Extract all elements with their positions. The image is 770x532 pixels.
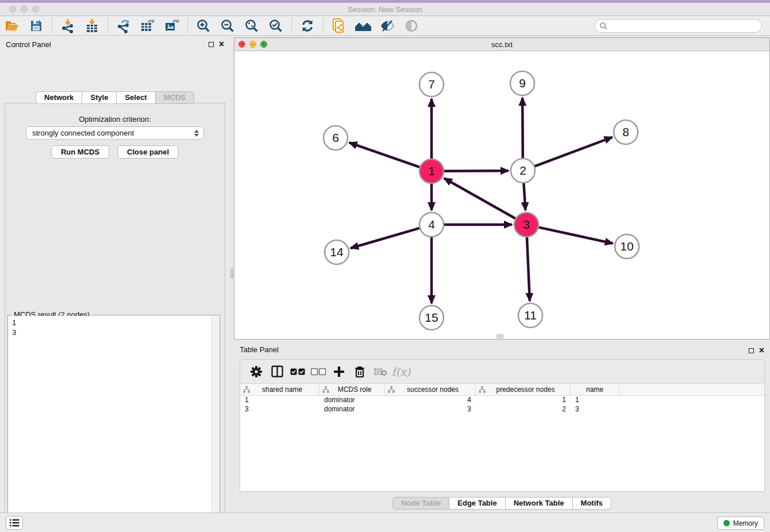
- control-panel-header: Control Panel ×: [0, 37, 230, 51]
- clone-network-icon[interactable]: [329, 17, 349, 34]
- edge-2-8: [535, 137, 613, 167]
- table-cell: dominator: [319, 396, 385, 405]
- column-label: shared name: [252, 385, 319, 394]
- node-label: 11: [524, 309, 537, 322]
- node-label: 14: [330, 245, 344, 259]
- column-header-MCDS-role[interactable]: MCDS role: [319, 384, 385, 395]
- zoom-selected-icon[interactable]: [266, 17, 286, 34]
- criterion-select[interactable]: strongly connected component: [26, 126, 204, 140]
- node-label: 9: [519, 76, 526, 90]
- close-table-panel-icon[interactable]: ×: [759, 347, 764, 354]
- node-label: 8: [622, 125, 629, 138]
- column-header-successor-nodes[interactable]: successor nodes: [385, 384, 476, 395]
- export-image-icon[interactable]: [162, 17, 182, 34]
- table-cell: dominator: [319, 405, 385, 414]
- edge-1-6: [349, 142, 420, 167]
- import-table-icon[interactable]: [82, 17, 102, 34]
- table-cell: 3: [240, 405, 319, 414]
- memory-button[interactable]: Memory: [717, 516, 764, 530]
- show-graphics-details-icon[interactable]: [402, 17, 421, 34]
- control-panel-tabs: NetworkStyleSelectMCDS: [0, 91, 230, 104]
- delete-column-icon[interactable]: [349, 363, 370, 380]
- tab-select[interactable]: Select: [117, 91, 155, 104]
- control-panel-title: Control Panel: [6, 40, 51, 49]
- float-panel-icon[interactable]: [209, 42, 214, 47]
- import-network-icon[interactable]: [58, 17, 78, 34]
- close-panel-button[interactable]: Close panel: [117, 145, 179, 159]
- tab-mcds[interactable]: MCDS: [156, 91, 194, 104]
- tab-motifs[interactable]: Motifs: [573, 497, 611, 510]
- network-search-field[interactable]: [594, 19, 762, 33]
- table-header-row: shared nameMCDS rolesuccessor nodesprede…: [240, 384, 764, 396]
- select-all-checks-icon[interactable]: [287, 363, 308, 380]
- tab-network-table[interactable]: Network Table: [506, 497, 573, 510]
- table-toolbar: f(x): [240, 360, 764, 384]
- hierarchy-icon: [388, 386, 395, 393]
- graph-node-2[interactable]: 2: [511, 159, 535, 183]
- zoom-out-icon[interactable]: [218, 17, 237, 34]
- hide-selected-icon[interactable]: [378, 17, 397, 34]
- float-table-panel-icon[interactable]: [749, 348, 754, 353]
- column-header-predecessor-nodes[interactable]: predecessor nodes: [476, 384, 571, 395]
- graph-node-14[interactable]: 14: [325, 240, 349, 264]
- graph-node-3[interactable]: 3: [514, 213, 538, 237]
- column-header-shared-name[interactable]: shared name: [240, 384, 319, 395]
- graph-node-10[interactable]: 10: [615, 234, 639, 259]
- result-scrollbar[interactable]: [211, 316, 219, 530]
- task-history-button[interactable]: [6, 516, 23, 530]
- table-cell: 2: [476, 405, 571, 414]
- network-window-titlebar[interactable]: × − + scc.txt: [234, 38, 769, 51]
- tab-network[interactable]: Network: [36, 91, 82, 104]
- memory-status-icon: [723, 520, 730, 526]
- toolbar-separator: [291, 18, 292, 33]
- network-canvas[interactable]: 1234678910111415: [234, 51, 769, 339]
- close-panel-icon[interactable]: ×: [219, 41, 224, 48]
- result-line: 3: [12, 327, 208, 337]
- edge-1-2: [444, 171, 509, 171]
- column-label: successor nodes: [397, 385, 475, 394]
- search-input[interactable]: [607, 20, 761, 32]
- table-settings-icon[interactable]: [246, 363, 267, 380]
- edge-3-1: [444, 178, 515, 218]
- table-cell: 4: [385, 396, 476, 405]
- save-session-icon[interactable]: [26, 17, 46, 34]
- edge-3-10: [538, 228, 613, 244]
- delete-table-icon[interactable]: [370, 363, 391, 380]
- first-neighbors-icon[interactable]: [353, 17, 373, 34]
- graph-node-7[interactable]: 7: [419, 72, 444, 97]
- table-row[interactable]: 3dominator323: [240, 405, 764, 414]
- table-row[interactable]: 1dominator411: [240, 396, 764, 405]
- tab-edge-table[interactable]: Edge Table: [449, 497, 505, 510]
- graph-node-11[interactable]: 11: [518, 303, 542, 327]
- deselect-all-checks-icon[interactable]: [308, 363, 329, 380]
- function-builder-icon[interactable]: f(x): [391, 363, 411, 380]
- result-line: 1: [12, 318, 208, 327]
- toolbar-separator: [187, 18, 188, 33]
- panel-splitter[interactable]: [230, 36, 234, 512]
- column-header-name[interactable]: name: [571, 384, 619, 395]
- run-mcds-button[interactable]: Run MCDS: [51, 145, 109, 159]
- tab-node-table[interactable]: Node Table: [392, 497, 449, 510]
- show-column-panel-icon[interactable]: [267, 363, 287, 380]
- column-label: MCDS role: [332, 385, 384, 394]
- node-table-container: f(x) shared nameMCDS rolesuccessor nodes…: [240, 359, 765, 492]
- graph-node-15[interactable]: 15: [419, 306, 444, 330]
- graph-node-1[interactable]: 1: [419, 159, 444, 183]
- open-session-icon[interactable]: [2, 17, 22, 34]
- mcds-result-list[interactable]: 13: [9, 316, 211, 530]
- refresh-layout-icon[interactable]: [298, 17, 317, 34]
- add-column-icon[interactable]: [329, 363, 349, 380]
- tab-style[interactable]: Style: [82, 91, 117, 104]
- graph-node-6[interactable]: 6: [324, 126, 348, 150]
- table-cell: 1: [571, 396, 619, 405]
- export-network-icon[interactable]: [114, 17, 133, 34]
- export-table-icon[interactable]: [138, 17, 157, 34]
- splitter-handle[interactable]: [230, 269, 233, 278]
- graph-node-4[interactable]: 4: [419, 213, 444, 237]
- graph-node-8[interactable]: 8: [614, 120, 638, 144]
- graph-node-9[interactable]: 9: [510, 71, 534, 95]
- zoom-fit-icon[interactable]: [242, 17, 261, 34]
- canvas-scroll-handle[interactable]: [496, 334, 503, 338]
- zoom-in-icon[interactable]: [194, 17, 213, 34]
- table-cell: 3: [571, 405, 619, 414]
